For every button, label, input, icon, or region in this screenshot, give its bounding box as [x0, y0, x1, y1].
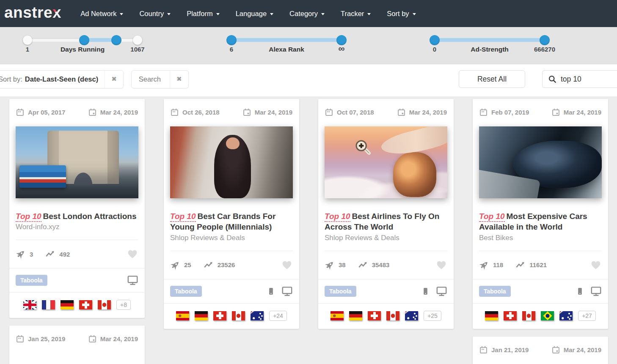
rocket-icon: [170, 260, 180, 270]
first-seen-date: Apr 05, 2017: [16, 108, 65, 116]
ad-title[interactable]: Top 10Best Airlines To Fly On Across The…: [318, 198, 454, 233]
calendar-check-icon: [88, 108, 96, 116]
card-network-row: Taboola: [318, 279, 454, 303]
ad-title[interactable]: Top 10Best Car Brands For Young People (…: [164, 198, 299, 233]
last-seen-date: Mar 24, 2019: [552, 108, 601, 116]
reset-all-button[interactable]: Reset All: [459, 70, 525, 88]
calendar-check-icon: [88, 335, 96, 343]
days-running-track[interactable]: [28, 38, 138, 42]
more-flags-badge: +25: [424, 311, 441, 321]
card-dates: Jan 25, 2019 Mar 24, 2019: [9, 326, 145, 345]
calendar-check-icon: [397, 108, 405, 116]
flag-ch-icon: [504, 311, 517, 320]
mobile-icon: [576, 286, 584, 296]
ad-image[interactable]: [16, 126, 138, 198]
ad-card: Feb 07, 2019 Mar 24, 2019 Top 10Most Exp…: [473, 99, 608, 329]
ad-card-partial: Jan 25, 2019 Mar 24, 2019: [9, 326, 145, 364]
rocket-icon: [16, 249, 26, 259]
calendar-check-icon: [243, 108, 251, 116]
main-menu: Ad Network Country Platform Language Cat…: [72, 0, 424, 27]
rocket-icon: [479, 260, 489, 270]
flag-de-icon: [195, 311, 208, 320]
favorite-button[interactable]: [590, 260, 602, 271]
alexa-rank-min-handle[interactable]: [226, 35, 237, 45]
chevron-down-icon: [216, 13, 220, 15]
infinity-label: ∞: [339, 46, 345, 52]
flag-fr-icon: [42, 300, 55, 309]
ad-image[interactable]: [479, 126, 602, 198]
title-highlight: Top 10: [325, 212, 350, 222]
flag-es-icon: [331, 311, 344, 320]
card-network-row: Taboola: [473, 279, 608, 303]
days-running-stat: 25: [170, 260, 191, 270]
ad-source: Word-info.xyz: [9, 222, 145, 231]
menu-tracker[interactable]: Tracker: [333, 0, 379, 27]
flag-ch-icon: [368, 311, 381, 320]
stat-value: 35483: [372, 261, 390, 268]
flag-ca-icon: [522, 311, 535, 320]
logo-accent-x: x: [52, 4, 61, 21]
date-text: Mar 24, 2019: [100, 109, 138, 116]
trend-icon: [358, 260, 368, 270]
ad-image[interactable]: [325, 126, 447, 198]
anstrex-logo[interactable]: anstrex: [4, 4, 61, 22]
days-running-max-handle[interactable]: [111, 35, 121, 45]
favorite-button[interactable]: [281, 260, 293, 271]
ad-card: Oct 26, 2018 Mar 24, 2019 Top 10Best Car…: [164, 99, 299, 329]
more-flags-badge: +27: [578, 311, 596, 321]
network-badge[interactable]: Taboola: [16, 275, 47, 286]
mobile-icon: [267, 286, 275, 296]
flag-ch-icon: [79, 300, 92, 309]
flag-ca-icon: [386, 311, 399, 320]
close-icon[interactable]: ✖: [170, 71, 188, 88]
ad-strength-min-handle[interactable]: [430, 35, 440, 45]
menu-label: Platform: [187, 10, 212, 18]
menu-country[interactable]: Country: [131, 0, 179, 27]
close-icon[interactable]: ✖: [105, 71, 123, 88]
days-running-min-handle[interactable]: [79, 35, 89, 45]
menu-language[interactable]: Language: [228, 0, 281, 27]
network-badge[interactable]: Taboola: [479, 286, 511, 297]
sort-filter-chip: Sort by: Date-Last-Seen (desc) ✖: [0, 70, 124, 88]
search-box: [542, 70, 617, 88]
country-flags: [176, 311, 264, 320]
ad-strength-track[interactable]: [435, 38, 545, 42]
desktop-icon: [590, 286, 602, 296]
ad-title[interactable]: Top 10Best London Attractions: [9, 198, 145, 222]
flag-ca-icon: [98, 300, 111, 309]
card-network-row: Taboola: [9, 268, 145, 292]
favorite-button[interactable]: [127, 249, 138, 260]
first-seen-date: Oct 26, 2018: [171, 108, 220, 116]
ad-image[interactable]: [170, 126, 293, 198]
ad-strength-max-handle[interactable]: [540, 35, 550, 45]
menu-category[interactable]: Category: [281, 0, 333, 27]
filter-chips: Sort by: Date-Last-Seen (desc) ✖ Search …: [0, 70, 189, 88]
favorite-button[interactable]: [435, 260, 447, 271]
menu-ad-network[interactable]: Ad Network: [72, 0, 131, 27]
menu-platform[interactable]: Platform: [179, 0, 227, 27]
alexa-rank-track[interactable]: [231, 38, 342, 42]
menu-label: Sort by: [387, 10, 409, 18]
network-badge[interactable]: Taboola: [325, 286, 356, 297]
slider-max-label: 1067: [130, 46, 144, 53]
search-input[interactable]: [561, 75, 616, 84]
ad-source: Shlop Reviews & Deals: [164, 233, 299, 242]
ad-card: Oct 07, 2018 Mar 24, 2019 Top 10Best Air…: [318, 99, 454, 329]
ad-title[interactable]: Top 10Most Expensive Cars Available in t…: [473, 198, 608, 233]
menu-label: Language: [236, 10, 267, 18]
menu-sort-by[interactable]: Sort by: [379, 0, 424, 27]
date-text: Mar 24, 2019: [409, 109, 447, 116]
last-seen-date: Mar 24, 2019: [243, 108, 292, 116]
chevron-down-icon: [270, 13, 273, 15]
card-dates: Jan 21, 2019 Mar 24, 2019: [473, 337, 608, 356]
network-badge[interactable]: Taboola: [170, 286, 202, 297]
ad-source: Best Bikes: [473, 233, 608, 242]
card-flags-row: +25: [318, 304, 454, 329]
device-icons: [576, 286, 602, 296]
date-text: Mar 24, 2019: [564, 346, 601, 353]
active-filters-bar: Sort by: Date-Last-Seen (desc) ✖ Search …: [0, 64, 617, 96]
flag-de-icon: [61, 300, 74, 309]
menu-label: Tracker: [341, 10, 364, 18]
flag-es-icon: [176, 311, 189, 320]
ads-grid: Apr 05, 2017 Mar 24, 2019 Top 10Best Lon…: [0, 96, 617, 364]
